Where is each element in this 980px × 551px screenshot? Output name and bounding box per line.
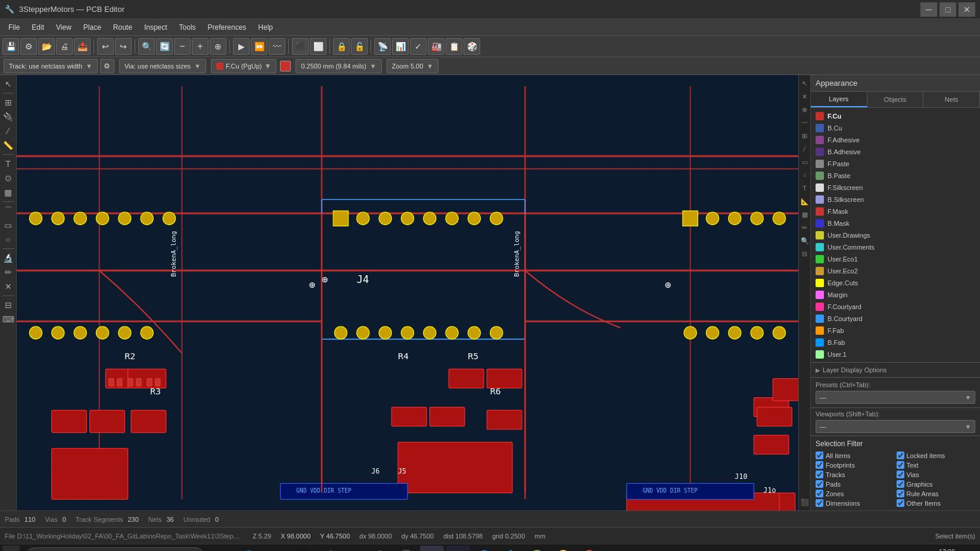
layer-row-user-comments[interactable]: User.Comments bbox=[811, 241, 980, 253]
re-crosshair[interactable]: ⊕ bbox=[800, 104, 810, 116]
kicad-icon[interactable]: K bbox=[420, 546, 444, 552]
winamp-icon[interactable]: 🎵 bbox=[315, 546, 339, 552]
re-x[interactable]: ✕ bbox=[800, 91, 810, 102]
layer-row-edge-cuts[interactable]: Edge.Cuts bbox=[811, 277, 980, 289]
draw-rect-tool[interactable]: ▭ bbox=[2, 219, 15, 232]
re-bottom[interactable]: ⬛ bbox=[800, 496, 810, 508]
maximize-button[interactable]: □ bbox=[939, 2, 956, 17]
re-wave[interactable]: 〰 bbox=[800, 117, 810, 129]
filter-checkbox-vias[interactable] bbox=[897, 471, 904, 478]
gerber-button[interactable]: 📋 bbox=[446, 38, 462, 55]
select-tool[interactable]: ↖ bbox=[2, 77, 15, 91]
layer-display-options[interactable]: ▶ Layer Display Options bbox=[811, 362, 980, 377]
add-zone-tool[interactable]: ▦ bbox=[2, 186, 15, 199]
drc-button[interactable]: ✓ bbox=[410, 38, 427, 55]
measure-tool[interactable]: 📏 bbox=[2, 139, 15, 152]
scripting-tool[interactable]: ⌨ bbox=[2, 313, 15, 326]
save-button[interactable]: 💾 bbox=[2, 38, 19, 55]
zoom-fit-button[interactable]: ⊕ bbox=[210, 38, 226, 55]
layer-row-f-courtyard[interactable]: F.Courtyard bbox=[811, 301, 980, 313]
layer-row-f-silkscreen[interactable]: F.Silkscreen bbox=[811, 182, 980, 194]
app13-icon[interactable]: 🟡 bbox=[551, 546, 575, 552]
layer-row-user-eco2[interactable]: User.Eco2 bbox=[811, 265, 980, 277]
track-width-settings-button[interactable]: ⚙ bbox=[100, 59, 114, 73]
re-line[interactable]: ∕ bbox=[800, 143, 810, 155]
re-text[interactable]: T bbox=[800, 182, 810, 194]
layer-row-b-adhesive[interactable]: B.Adhesive bbox=[811, 146, 980, 158]
cortana-icon[interactable]: 🔷 bbox=[499, 546, 522, 552]
add-via-tool[interactable]: ⊙ bbox=[2, 172, 15, 185]
re-cursor[interactable]: ↖ bbox=[800, 77, 810, 89]
layer-row-b-mask[interactable]: B.Mask bbox=[811, 217, 980, 229]
spotify-icon[interactable]: ♪ bbox=[341, 546, 365, 552]
route-button[interactable]: ▶ bbox=[233, 38, 250, 55]
layer-row-b-paste[interactable]: B.Paste bbox=[811, 170, 980, 182]
layer-row-b-fab[interactable]: B.Fab bbox=[811, 337, 980, 348]
fab-button[interactable]: 🏭 bbox=[428, 38, 444, 55]
layer-row-f-paste[interactable]: F.Paste bbox=[811, 158, 980, 170]
filter-checkbox-all-items[interactable] bbox=[816, 452, 823, 459]
layer-row-user-drawings[interactable]: User.Drawings bbox=[811, 229, 980, 241]
filter-checkbox-footprints[interactable] bbox=[816, 461, 823, 469]
draw-line-tool[interactable]: ∕ bbox=[2, 124, 15, 138]
edge-icon[interactable]: 🌐 bbox=[237, 546, 260, 552]
open-button[interactable]: 📂 bbox=[38, 38, 55, 55]
clock[interactable]: 17:06 12/04/2024 bbox=[931, 547, 963, 551]
footprint-tool[interactable]: ⊞ bbox=[2, 96, 15, 109]
tab-layers[interactable]: Layers bbox=[811, 92, 867, 107]
viewports-dropdown[interactable]: --- ▼ bbox=[816, 420, 975, 433]
filter-checkbox-dimensions[interactable] bbox=[816, 499, 823, 507]
re-pen[interactable]: ✏ bbox=[800, 222, 810, 234]
layer-row-f-cu[interactable]: F.Cu bbox=[811, 110, 980, 122]
filter-checkbox-graphics[interactable] bbox=[897, 480, 904, 488]
settings-button[interactable]: ⚙ bbox=[20, 38, 37, 55]
menu-tools[interactable]: Tools bbox=[173, 21, 202, 34]
redo-button[interactable]: ↪ bbox=[115, 38, 132, 55]
layer-color-button[interactable] bbox=[280, 61, 291, 71]
layer-row-f-adhesive[interactable]: F.Adhesive bbox=[811, 134, 980, 146]
menu-inspect[interactable]: Inspect bbox=[138, 21, 173, 34]
whatsapp-icon[interactable]: 📱 bbox=[394, 546, 418, 552]
re-grid2[interactable]: ⊟ bbox=[800, 248, 810, 260]
menu-preferences[interactable]: Preferences bbox=[202, 21, 253, 34]
menu-edit[interactable]: Edit bbox=[26, 21, 50, 34]
pcb-canvas-area[interactable]: R2 R3 R1 R4 R5 R6 R7 BrokenA_long Broken… bbox=[17, 75, 798, 510]
export-button[interactable]: 📤 bbox=[74, 38, 91, 55]
layer-row-b-cu[interactable]: B.Cu bbox=[811, 122, 980, 134]
route-track-tool[interactable]: 🔌 bbox=[2, 110, 15, 123]
layer-row-b-courtyard[interactable]: B.Courtyard bbox=[811, 313, 980, 325]
app12-icon[interactable]: 🟢 bbox=[525, 546, 549, 552]
filter-checkbox-tracks[interactable] bbox=[816, 471, 823, 478]
photos-icon[interactable]: 🖼 bbox=[289, 546, 313, 552]
taskview-button[interactable]: ⧉ bbox=[210, 546, 234, 552]
filter-checkbox-pads[interactable] bbox=[816, 480, 823, 488]
presets-dropdown[interactable]: --- ▼ bbox=[816, 391, 975, 404]
draw-arc-tool[interactable]: ⌒ bbox=[2, 204, 15, 217]
menu-route[interactable]: Route bbox=[107, 21, 138, 34]
delete-tool[interactable]: ✕ bbox=[2, 280, 15, 293]
re-zoom[interactable]: 🔍 bbox=[800, 235, 810, 247]
lock-button[interactable]: 🔒 bbox=[333, 38, 350, 55]
layer-selector[interactable]: F.Cu (PgUp) ▼ bbox=[211, 59, 276, 73]
group-tool[interactable]: ⊟ bbox=[2, 298, 15, 312]
start-button[interactable]: ⊞ bbox=[2, 546, 20, 552]
undo-button[interactable]: ↩ bbox=[97, 38, 114, 55]
draw-circle-tool[interactable]: ○ bbox=[2, 233, 15, 246]
filter-checkbox-locked-items[interactable] bbox=[897, 452, 904, 459]
filter-checkbox-rule-areas[interactable] bbox=[897, 490, 904, 497]
chrome-icon[interactable]: 🔵 bbox=[472, 546, 496, 552]
explorer-icon[interactable]: 📁 bbox=[263, 546, 287, 552]
unfill-zones-button[interactable]: ⬜ bbox=[310, 38, 326, 55]
fill-zones-button[interactable]: ⬛ bbox=[292, 38, 309, 55]
search-button[interactable]: 🔍 bbox=[138, 38, 155, 55]
menu-view[interactable]: View bbox=[50, 21, 77, 34]
unlock-button[interactable]: 🔓 bbox=[351, 38, 368, 55]
diff-pair-button[interactable]: ⏩ bbox=[251, 38, 267, 55]
pcbnew-icon[interactable]: P bbox=[446, 546, 470, 552]
menu-place[interactable]: Place bbox=[77, 21, 107, 34]
layer-row-f-mask[interactable]: F.Mask bbox=[811, 206, 980, 217]
add-text-tool[interactable]: T bbox=[2, 157, 15, 170]
net-inspector-button[interactable]: 📡 bbox=[374, 38, 391, 55]
track-width-dropdown[interactable]: Track: use netclass width ▼ bbox=[4, 59, 98, 73]
zoom-out-button[interactable]: − bbox=[174, 38, 191, 55]
